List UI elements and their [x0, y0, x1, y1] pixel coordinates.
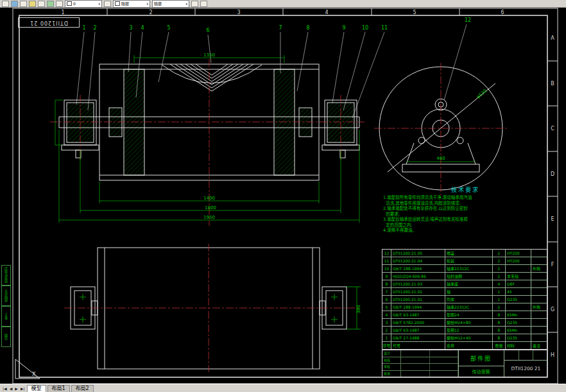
- dim-block-height: 380: [356, 305, 361, 313]
- signature-label: 审核: [382, 364, 401, 370]
- bom-cell-remark: [531, 288, 547, 295]
- bom-cell-remark: [531, 257, 547, 264]
- bom-cell-no: 1: [382, 334, 391, 341]
- bom-cell-name: 轴: [445, 288, 493, 295]
- zone-top-5: 5: [413, 10, 416, 15]
- color-combo[interactable]: 随层 ▾: [113, 0, 150, 8]
- margin-box-label: 签字: [1, 306, 11, 327]
- part-name-cell: 传动滚筒: [458, 366, 504, 377]
- bom-header-remark: 备注: [531, 342, 547, 349]
- print-icon[interactable]: [29, 1, 36, 7]
- paste-icon[interactable]: [56, 1, 63, 7]
- bom-cell-name: 轴承座: [445, 280, 493, 287]
- bom-cell-mat: 65Mn: [506, 327, 531, 334]
- bom-cell-no: 10: [382, 265, 391, 272]
- bom-header-code: 代号: [391, 342, 445, 349]
- bom-cell-no: 9: [382, 273, 391, 280]
- bom-cell-code: GB/T 93-1987: [391, 327, 445, 334]
- bom-cell-name: 端盖: [445, 250, 493, 257]
- bom-row: 3 GB/T 5782-2000 螺栓M24×80 8 Q235: [382, 319, 547, 327]
- bom-cell-code: GB/T 5782-2000: [391, 319, 445, 326]
- bom-cell-remark: [531, 327, 547, 334]
- bom-cell-mat: D8F: [506, 280, 531, 287]
- bom-cell-mat: 45: [506, 288, 531, 295]
- balloon-4: 4: [141, 25, 144, 31]
- bom-cell-remark: [531, 250, 547, 257]
- toolbar: 0 ▾ 随层 ▾ 随层 ▾: [0, 0, 566, 8]
- tab-nav-prev-icon[interactable]: ◀: [9, 386, 13, 391]
- tab-layout1[interactable]: 布局1: [47, 385, 70, 392]
- zone-right-g: G: [551, 307, 554, 312]
- small-cell: [504, 350, 519, 360]
- layer-color-swatch: [67, 1, 72, 6]
- technical-requirement-line: 2.轴承装配处不得有杂质存在,以达到防尘密封: [383, 206, 547, 212]
- bom-cell-code: GB/T 288-1994: [391, 265, 445, 272]
- zone-right-c: C: [551, 126, 554, 132]
- bom-cell-name: 轴承22312C: [445, 265, 493, 272]
- linetype-combo-value: 随层: [154, 1, 162, 6]
- bom-row: 11 DTII1200.21.04 轮毂 2 HT200: [382, 257, 547, 265]
- bom-cell-qty: 1: [493, 288, 506, 295]
- tab-model[interactable]: 模型: [27, 385, 46, 392]
- bom-cell-no: 11: [382, 257, 391, 264]
- zone-top-1: 1: [61, 10, 64, 15]
- bom-header-mat: 材料: [506, 342, 531, 349]
- balloon-11: 11: [381, 25, 388, 31]
- bom-row: 6 DTII1200.21.01 筒体 1 Q235: [382, 296, 547, 303]
- bom-cell-mat: [506, 265, 531, 272]
- layer-combo-value: 0: [73, 1, 76, 6]
- layer-combo[interactable]: 0 ▾: [65, 0, 102, 8]
- bom-cell-mat: 65Mn: [506, 311, 531, 318]
- save-icon[interactable]: [20, 1, 27, 7]
- open-icon[interactable]: [11, 1, 18, 7]
- bom-cell-remark: [531, 319, 547, 326]
- new-icon[interactable]: [2, 1, 9, 7]
- bom-row: 1 GB/T 27-1988 螺栓M12×40 8 Q235: [382, 334, 547, 342]
- dim-shaft-length: 1950: [203, 215, 215, 220]
- bom-header-qty: 数量: [493, 342, 506, 349]
- bom-cell-remark: [531, 311, 547, 318]
- tab-nav-first-icon[interactable]: |◀: [2, 386, 8, 391]
- bom-cell-qty: 2: [493, 273, 506, 280]
- bom-cell-code: GB/T 93-1987: [391, 311, 445, 318]
- plan-view: 380: [64, 244, 361, 372]
- balloon-9: 9: [342, 25, 345, 31]
- title-block-signatures: 设计 校核 审核 批准: [382, 350, 459, 377]
- bom-cell-code: DTII1200.21.01: [391, 296, 445, 303]
- bom-cell-no: 12: [382, 250, 391, 257]
- bom-cell-code: DTII1200.21.04: [391, 257, 445, 264]
- bom-cell-mat: Q235: [506, 334, 531, 341]
- cut-icon[interactable]: [38, 1, 45, 7]
- bom-cell-mat: Q235: [506, 319, 531, 326]
- zone-top-4: 4: [325, 10, 328, 15]
- tab-layout2[interactable]: 布局2: [71, 385, 94, 392]
- undo-icon[interactable]: [191, 1, 198, 7]
- signature-label: 批准: [382, 371, 401, 377]
- dim-drum-length: 1400: [203, 196, 215, 201]
- technical-requirements: 技术要求 1.装配前所有零件均须清洗干净,滚动轴承用汽油 清洗,其他零件用煤油清…: [383, 185, 547, 234]
- signature-space: [430, 371, 459, 377]
- bom-cell-remark: 外购: [531, 303, 547, 311]
- layers-icon[interactable]: [104, 1, 111, 7]
- bom-cell-remark: [531, 334, 547, 341]
- technical-requirement-line: 3.装配后轴承应运转灵活,噪声达到有关标准规: [383, 217, 547, 223]
- signature-row: 审核: [382, 364, 458, 371]
- technical-requirement-line: 清洗,其他零件用煤油清洗,内腔涂防锈漆;: [383, 201, 547, 207]
- redo-icon[interactable]: [200, 1, 207, 7]
- copy-icon[interactable]: [47, 1, 54, 7]
- bom-cell-qty: 2: [493, 250, 506, 257]
- signature-space: [430, 357, 459, 364]
- dim-disc-span: 1350: [203, 53, 215, 58]
- signature-space: [401, 364, 430, 370]
- bom-header-row: 序号 代号 名称 数量 材料 备注: [382, 342, 547, 349]
- linetype-combo[interactable]: 随层 ▾: [152, 0, 189, 8]
- bom-cell-remark: [531, 273, 547, 280]
- small-cell: [519, 350, 534, 360]
- bom-cell-name: 轴承22312C: [445, 303, 493, 311]
- technical-requirements-title: 技术要求: [383, 185, 547, 194]
- bom-cell-name: 筒体: [445, 296, 493, 303]
- technical-requirement-line: 1.装配前所有零件均须清洗干净,滚动轴承用汽油: [383, 195, 547, 201]
- zone-right-e: E: [551, 216, 554, 222]
- tab-nav-next-icon[interactable]: ▶: [14, 386, 19, 391]
- tab-nav-last-icon[interactable]: ▶|: [20, 386, 26, 391]
